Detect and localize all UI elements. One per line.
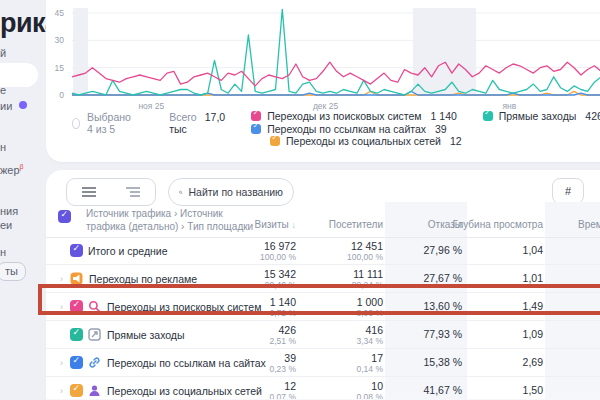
legend-item[interactable]: Прямые заходы426 <box>483 110 600 122</box>
legend-item-value: 1 140 <box>431 110 457 122</box>
cell-visits: 120,07 % <box>270 380 296 400</box>
column-header-depth[interactable]: Глубина просмотра <box>453 219 543 230</box>
cell-visitors: 4163,34 % <box>357 324 383 346</box>
cell-depth: 1,50 <box>523 384 543 396</box>
cell-visitors: 170,14 % <box>357 352 383 374</box>
sidebar-item-fragment[interactable]: н <box>0 246 6 258</box>
tree-view-icon[interactable] <box>126 186 140 198</box>
chart-highlight-band <box>73 8 88 95</box>
cell-depth: 1,09 <box>523 328 543 340</box>
sidebar-item-fragment[interactable]: ии <box>0 100 12 112</box>
table-header: Источник трафика › Источник трафика (дет… <box>46 202 600 238</box>
cell-visitors: 100,08 % <box>357 380 383 400</box>
cell-bounce: 27,96 % <box>423 244 462 256</box>
legend-row-1: Выбрано 4 из 5 Всего17,0 тыс Переходы из… <box>46 114 600 132</box>
sort-arrow-icon: ↓ <box>292 220 297 230</box>
column-header-visits[interactable]: Визиты ↓ <box>255 219 296 230</box>
y-axis-tick: 30 <box>55 35 65 45</box>
row-label: Переходы по рекламе <box>89 273 197 285</box>
y-axis-tick: 0 <box>59 90 64 100</box>
cell-visits: 4262,51 % <box>270 324 296 346</box>
cell-depth: 1,04 <box>523 244 543 256</box>
chart-highlight-band <box>413 8 476 95</box>
legend-row-2: Переходы из социальных сетей12 <box>244 132 600 150</box>
cell-depth: 2,69 <box>523 356 543 368</box>
table-row[interactable]: ›Переходы из социальных сетей120,07 %100… <box>46 377 600 400</box>
legend-item-value: 12 <box>450 135 462 147</box>
series-line <box>72 9 600 95</box>
legend-item-label: Переходы из социальных сетей <box>286 135 441 147</box>
row-label: Переходы по ссылкам на сайтах <box>107 357 266 369</box>
legend-item[interactable]: Переходы из поисковых систем1 140 <box>251 110 457 122</box>
row-label: Итого и средние <box>88 245 168 257</box>
chart-legend: Выбрано 4 из 5 Всего17,0 тыс Переходы из… <box>46 114 600 150</box>
x-axis-label: ноя 25 <box>138 101 164 111</box>
cell-bounce: 77,93 % <box>423 328 462 340</box>
series-checkbox[interactable] <box>70 384 83 397</box>
link-source-icon <box>88 356 101 369</box>
sidebar-item-fragment[interactable]: й <box>0 47 6 59</box>
traffic-line-chart[interactable]: 0153045ноя 25дек 25янв <box>46 0 600 116</box>
table-row[interactable]: Прямые заходы4262,51 %4163,34 %77,93 %1,… <box>46 321 600 349</box>
sidebar: рика йеиинжерβнияеинты <box>0 0 46 400</box>
cell-visits: 390,23 % <box>270 352 296 374</box>
series-checkbox[interactable] <box>70 244 83 257</box>
series-checkbox[interactable] <box>70 356 83 369</box>
list-view-icon[interactable] <box>82 186 96 198</box>
row-label: Переходы из социальных сетей <box>107 385 262 397</box>
legend-item-label: Прямые заходы <box>499 110 577 122</box>
series-line <box>72 62 600 86</box>
search-icon <box>179 187 183 198</box>
legend-item[interactable]: Переходы из социальных сетей12 <box>270 135 462 147</box>
legend-item-label: Переходы из поисковых систем <box>267 110 421 122</box>
y-axis-tick: 45 <box>55 8 65 18</box>
cell-depth: 1,01 <box>523 272 543 284</box>
cell-visits: 16 972100,00 % <box>260 240 296 262</box>
expand-chevron-icon[interactable]: › <box>60 274 70 284</box>
y-axis-tick: 15 <box>55 63 65 73</box>
legend-check-icon <box>251 111 261 121</box>
table-row[interactable]: ›Переходы по ссылкам на сайтах390,23 %17… <box>46 349 600 377</box>
notification-dot-icon <box>19 101 27 109</box>
dimension-header[interactable]: Источник трафика › Источник трафика (дет… <box>86 208 253 233</box>
search-placeholder: Найти по названию <box>189 186 284 198</box>
cell-visitors: 12 451100,00 % <box>347 240 383 262</box>
highlight-annotation-rect <box>38 284 600 315</box>
sidebar-item-fragment[interactable]: еи <box>0 219 12 231</box>
direct-source-icon <box>88 328 101 341</box>
number-format-button[interactable]: # <box>552 178 584 204</box>
series-checkbox[interactable] <box>70 328 83 341</box>
expand-chevron-icon[interactable]: › <box>60 358 70 368</box>
sidebar-item-fragment[interactable]: ты <box>0 262 26 281</box>
legend-item-value: 426 <box>585 110 600 122</box>
sidebar-item-fragment[interactable]: е <box>0 84 6 96</box>
sidebar-item-fragment[interactable]: н <box>0 141 6 153</box>
column-header-visitors[interactable]: Посетители <box>329 219 383 230</box>
row-label: Прямые заходы <box>107 329 185 341</box>
cell-bounce: 15,38 % <box>423 356 462 368</box>
social-source-icon <box>88 384 101 397</box>
legend-check-icon <box>483 111 493 121</box>
metrica-dashboard: рика йеиинжерβнияеинты 0153045ноя 25дек … <box>0 0 600 400</box>
legend-check-icon <box>270 136 280 146</box>
total-label: Всего17,0 тыс <box>169 111 225 135</box>
sidebar-item-fragment[interactable]: ния <box>0 205 18 217</box>
sidebar-item-fragment[interactable]: жерβ <box>0 163 24 176</box>
column-header-time[interactable]: Время на сайте <box>578 219 600 230</box>
selected-count-label: Выбрано 4 из 5 <box>87 111 137 135</box>
expand-chevron-icon[interactable]: › <box>60 386 70 396</box>
legend-toggle-icon[interactable] <box>72 118 80 129</box>
dimension-checkbox[interactable] <box>58 210 76 223</box>
chart-card: 0153045ноя 25дек 25янв Выбрано 4 из 5 Вс… <box>46 0 600 162</box>
table-row[interactable]: Итого и средние16 972100,00 %12 451100,0… <box>46 237 600 265</box>
cell-bounce: 27,67 % <box>423 272 462 284</box>
cell-bounce: 41,67 % <box>423 384 462 396</box>
